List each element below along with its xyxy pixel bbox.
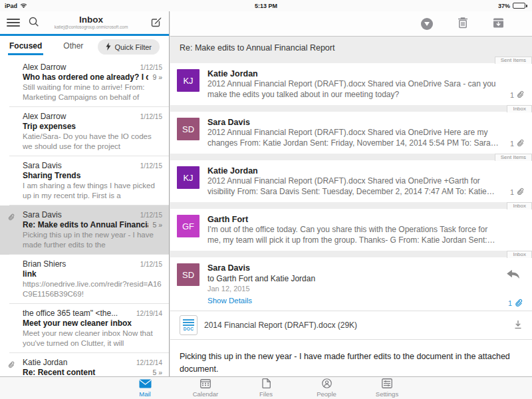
date: 12/19/14 [136, 310, 162, 317]
message-toolbar [170, 11, 532, 37]
message-sender: Garth Fort [207, 214, 524, 225]
attachment-name: 2014 Financial Report (DRAFT).docx (29K) [204, 321, 357, 330]
date: 1/12/15 [140, 162, 162, 170]
sender: Alex Darrow [23, 112, 136, 122]
message-sender: Sara Davis [207, 117, 524, 128]
search-button[interactable] [28, 16, 39, 29]
attachment-count: 1 [510, 188, 524, 197]
tab-calendar[interactable]: Calendar [191, 378, 220, 398]
preview: Picking this up in the new year - I have… [23, 230, 162, 250]
archive-button[interactable] [493, 17, 504, 31]
subject: Trip expenses [23, 122, 162, 132]
compose-button[interactable] [150, 16, 162, 30]
avatar: KJ [177, 69, 200, 92]
conversation-thread: Sent Items KJ Katie Jordan 2012 Annual F… [170, 57, 532, 376]
list-item[interactable]: Katie Jordan12/12/14 Re: Recent content5… [0, 353, 169, 376]
avatar: SD [177, 118, 200, 140]
preview: Meet your new cleaner inbox Now that you… [23, 329, 162, 348]
quick-filter-button[interactable]: Quick Filter [98, 39, 160, 55]
download-button[interactable] [513, 320, 523, 331]
preview: Still waiting for mine to arrive! From: … [23, 82, 162, 102]
avatar: KJ [177, 166, 200, 189]
outlook-app: iPad 5:13 PM 37% Inbox katiej@contosogro… [0, 0, 532, 399]
message-card[interactable]: Sent Items KJ Katie Jordan 2012 Annual F… [170, 63, 532, 105]
delete-button[interactable] [458, 17, 468, 31]
expanded-message-header[interactable]: SD Sara Davis to Garth Fort and Katie Jo… [170, 257, 532, 311]
message-card[interactable]: Inbox GF Garth Fort I'm out of the offic… [170, 209, 532, 251]
folder-badge: Sent Items [495, 57, 532, 64]
archive-icon [493, 17, 504, 31]
date: 1/12/15 [140, 261, 162, 268]
subject: Re: Make edits to Annual Financial... [23, 220, 148, 230]
date: 1/12/15 [140, 113, 162, 120]
attachment-row[interactable]: DOC 2014 Financial Report (DRAFT).docx (… [170, 311, 532, 340]
list-item[interactable]: Alex Darrow1/12/15 Who has ordered one a… [0, 58, 169, 107]
thread-count: 5 » [152, 368, 162, 376]
message-sender: Sara Davis [207, 263, 524, 273]
preview: https://onedrive.live.com/redir?resid=A1… [23, 279, 162, 299]
status-bar: iPad 5:13 PM 37% [0, 0, 532, 11]
subject: Who has ordered one already? I ca... [23, 72, 148, 82]
more-actions-button[interactable] [421, 18, 433, 30]
body-text: Picking this up in the new year - I have… [180, 350, 523, 376]
menu-icon[interactable] [7, 19, 20, 27]
people-icon [322, 378, 332, 390]
thread-count: 5 » [152, 221, 162, 229]
show-details-link[interactable]: Show Details [207, 295, 252, 306]
mailbox-title: Inbox [40, 15, 142, 25]
tab-other[interactable]: Other [63, 41, 83, 53]
tab-mail[interactable]: Mail [130, 379, 160, 398]
message-sender: Katie Jordan [207, 68, 524, 79]
paperclip-icon [516, 188, 524, 197]
reply-arrow-icon [505, 271, 521, 281]
sender: Katie Jordan [23, 358, 132, 368]
paperclip-icon [514, 299, 523, 309]
tab-settings[interactable]: Settings [372, 378, 402, 398]
message-recipients: to Garth Fort and Katie Jordan [207, 273, 524, 284]
message-card[interactable]: Inbox SD Sara Davis 2012 Annual Financia… [170, 112, 532, 154]
message-preview: 2012 Annual Financial Report (DRAFT).doc… [207, 79, 524, 100]
avatar: GF [177, 215, 200, 237]
subject: Sharing Trends [23, 171, 162, 181]
clock: 5:13 PM [0, 3, 532, 9]
message-card[interactable]: Sent Items KJ Katie Jordan 2012 Annual F… [170, 160, 532, 202]
doc-file-icon: DOC [180, 315, 198, 335]
preview: I am sharing a few things I have picked … [23, 181, 162, 201]
trash-icon [458, 17, 468, 31]
attachment-count: 1 [510, 139, 524, 148]
calendar-icon [200, 378, 211, 390]
paperclip-icon [7, 359, 15, 371]
inbox-filter-tabs: Focused Other Quick Filter [0, 36, 169, 58]
list-item[interactable]: Sara Davis1/12/15 Sharing Trends I am sh… [0, 156, 169, 205]
attachment-count: 1 [510, 90, 524, 100]
search-icon [28, 16, 39, 29]
message-date: Jan 12, 2015 [207, 284, 524, 294]
sender: the office 365 team" <the... [23, 309, 132, 319]
download-icon [513, 321, 523, 331]
file-icon [262, 378, 271, 390]
message-preview: I'm out of the office today. Can you sha… [207, 225, 524, 245]
date: 1/12/15 [140, 64, 162, 71]
settings-icon [382, 378, 392, 390]
compose-icon [150, 16, 162, 30]
chevron-down-icon [424, 22, 430, 26]
reply-button[interactable] [505, 268, 521, 281]
list-item[interactable]: the office 365 team" <the...12/19/14 Mee… [0, 304, 169, 353]
sender: Sara Davis [23, 210, 136, 220]
tab-focused[interactable]: Focused [9, 41, 42, 53]
mailbox-title-block: Inbox katiej@contosogroup.onmicrosoft.co… [40, 15, 142, 30]
mail-icon [139, 379, 152, 390]
folder-badge: Inbox [507, 105, 532, 112]
subject: Re: Recent content [23, 368, 148, 376]
reading-pane: Re: Make edits to Annual Financial Repor… [170, 11, 532, 376]
message-sender: Katie Jordan [207, 166, 524, 176]
attachment-count: 1 [508, 301, 523, 305]
folder-badge: Sent Items [495, 154, 532, 161]
list-item-selected[interactable]: Sara Davis1/12/15 Re: Make edits to Annu… [0, 205, 169, 255]
list-item[interactable]: Brian Shiers1/12/15 link https://onedriv… [0, 255, 169, 304]
thread-count: 9 » [152, 73, 162, 81]
tab-people[interactable]: People [312, 378, 341, 398]
list-item[interactable]: Alex Darrow1/12/15 Trip expenses Katie/S… [0, 107, 169, 156]
tab-files[interactable]: Files [251, 378, 281, 398]
conversation-subject: Re: Make edits to Annual Financial Repor… [170, 37, 532, 57]
